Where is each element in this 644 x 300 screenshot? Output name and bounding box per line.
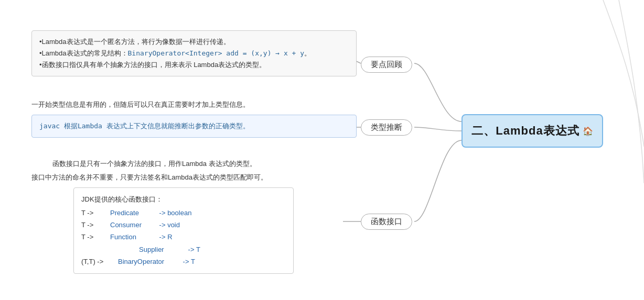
central-node: 二、Lambda表达式 🏠 (461, 114, 603, 148)
func-row-function: T -> Function -> R (81, 231, 286, 243)
leixingtuiduan-line2-box: javac 根据Lambda 表达式上下文信息就能推断出参数的正确类型。 (31, 115, 357, 138)
branch-leixingtuiduan: 类型推断 (361, 119, 412, 136)
func-row-supplier: Supplier -> T (81, 243, 286, 255)
leixingtuiduan-line2: javac 根据Lambda 表达式上下文信息就能推断出参数的正确类型。 (39, 122, 250, 130)
content-yaodianhugou: •Lambda表达式是一个匿名方法，将行为像数据一样进行传递。 •Lambda表… (31, 30, 357, 76)
content-hanshujiekou-wrapper: 函数接口是只有一个抽象方法的接口，用作Lambda 表达式的类型。 接口中方法的… (31, 157, 372, 274)
branch-leixingtuiduan-label: 类型推断 (371, 123, 402, 131)
home-icon: 🏠 (583, 126, 593, 136)
branch-yaodianhugou-label: 要点回顾 (371, 60, 402, 69)
central-node-label: 二、Lambda表达式 (471, 123, 579, 139)
func-table: JDK提供的核心函数接口： T -> Predicate -> boolean … (81, 193, 286, 268)
canvas: 二、Lambda表达式 🏠 要点回顾 类型推断 函数接口 •Lambda表达式是… (0, 0, 644, 300)
hanshujiekou-intro2: 接口中方法的命名并不重要，只要方法签名和Lambda表达式的类型匹配即可。 (31, 171, 372, 184)
yaodianhugou-line3: •函数接口指仅具有单个抽象方法的接口，用来表示 Lambda表达式的类型。 (39, 59, 349, 71)
func-row-predicate: T -> Predicate -> boolean (81, 207, 286, 219)
branch-hanshujiekou-label: 函数接口 (371, 217, 402, 226)
hanshujiekou-intro1: 函数接口是只有一个抽象方法的接口，用作Lambda 表达式的类型。 (31, 157, 372, 171)
func-row-consumer: T -> Consumer -> void (81, 219, 286, 231)
table-header: JDK提供的核心函数接口： (81, 193, 286, 205)
hanshujiekou-table-box: JDK提供的核心函数接口： T -> Predicate -> boolean … (73, 187, 294, 273)
yaodianhugou-line2: •Lambda表达式的常见结构：BinaryOperator<Integer> … (39, 48, 349, 59)
content-leixingtuiduan-wrapper: 一开始类型信息是有用的，但随后可以只在真正需要时才加上类型信息。 javac 根… (31, 97, 357, 138)
func-row-binaryoperator: (T,T) -> BinaryOperator -> T (81, 255, 286, 268)
yaodianhugou-line1: •Lambda表达式是一个匿名方法，将行为像数据一样进行传递。 (39, 36, 349, 48)
branch-yaodianhugou: 要点回顾 (361, 57, 412, 73)
leixingtuiduan-line1: 一开始类型信息是有用的，但随后可以只在真正需要时才加上类型信息。 (31, 97, 357, 113)
